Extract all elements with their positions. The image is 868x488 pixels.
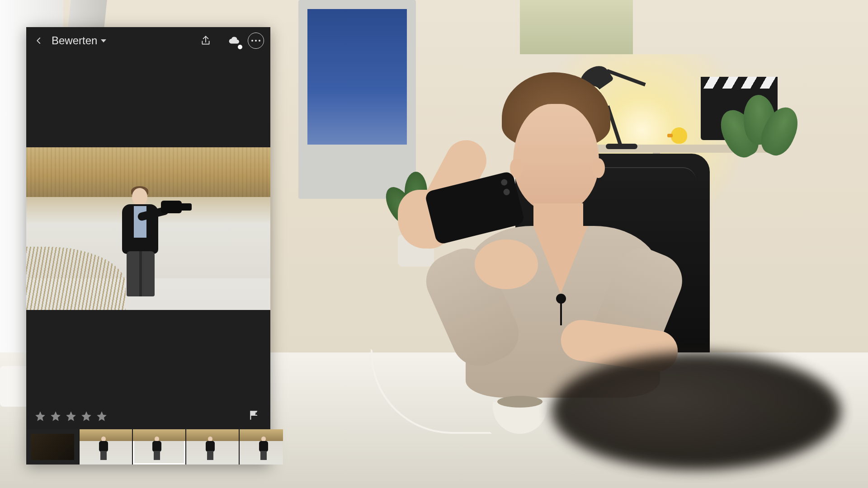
thumbnail-3[interactable] (133, 429, 185, 465)
current-photo (26, 147, 270, 310)
star-icon (50, 410, 61, 422)
thumbnail-4[interactable] (186, 429, 239, 465)
star-icon (80, 410, 92, 422)
cloud-icon (228, 35, 240, 47)
star-icon (34, 410, 46, 422)
star-1[interactable] (34, 410, 46, 422)
shelf-plant (719, 90, 800, 181)
top-bar: Bewerten (26, 27, 270, 54)
foreground-camera-blur (552, 352, 841, 470)
share-button[interactable] (198, 33, 213, 48)
mode-dropdown[interactable]: Bewerten (52, 34, 106, 47)
photo-viewer[interactable] (26, 54, 270, 403)
chevron-left-icon (35, 37, 43, 45)
mode-label: Bewerten (52, 34, 97, 47)
flag-toggle[interactable] (249, 409, 262, 423)
lightroom-mobile-screen: Bewerten (26, 27, 270, 465)
lavalier-mic (556, 294, 566, 304)
thumbnail-1[interactable] (26, 429, 79, 465)
filmstrip[interactable] (26, 429, 270, 465)
flag-icon (249, 409, 260, 421)
photo-subject (112, 188, 166, 296)
rating-bar (26, 403, 270, 429)
star-3[interactable] (65, 410, 77, 422)
star-icon (96, 410, 108, 422)
star-icon (65, 410, 77, 422)
star-5[interactable] (96, 410, 108, 422)
caret-down-icon (101, 39, 106, 42)
star-2[interactable] (50, 410, 61, 422)
back-button[interactable] (33, 34, 45, 47)
thumbnail-5[interactable] (240, 429, 283, 465)
cloud-sync-button[interactable] (226, 33, 241, 48)
sync-status-dot (238, 45, 242, 49)
share-icon (200, 35, 212, 47)
wall-picture (520, 0, 633, 54)
more-options-button[interactable] (248, 33, 264, 49)
star-4[interactable] (80, 410, 92, 422)
more-horizontal-icon (251, 40, 253, 42)
thumbnail-2[interactable] (80, 429, 132, 465)
